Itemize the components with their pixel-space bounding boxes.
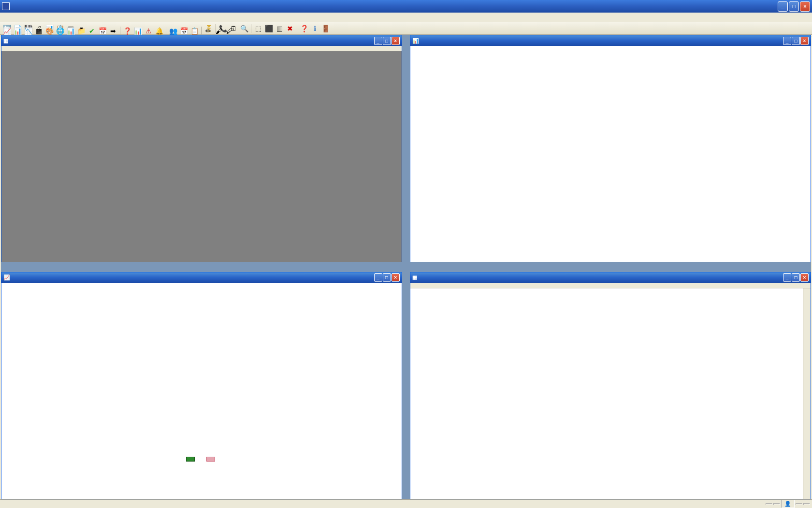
window-controls: _ □ × <box>778 1 810 12</box>
check-icon[interactable]: ✔ <box>87 26 97 36</box>
folder-icon[interactable]: 📁 <box>76 26 86 36</box>
close-button[interactable]: × <box>800 37 809 38</box>
mdi-workspace: ▦ _ □ × 📊 _ □ <box>1 35 811 37</box>
line-chart-icon[interactable]: 📉 <box>23 26 33 36</box>
histogram-window: 📊 _ □ × <box>410 35 811 37</box>
calendar-icon[interactable]: 📅 <box>98 26 107 36</box>
search-icon[interactable]: 🔍 <box>239 24 249 33</box>
list-icon[interactable]: 📋 <box>189 26 199 36</box>
minimize-button[interactable]: _ <box>783 37 791 38</box>
histogram-titlebar[interactable]: 📊 _ □ × <box>410 35 811 37</box>
pen-icon[interactable]: 🖊 <box>225 26 234 36</box>
warn-icon[interactable]: ⚠ <box>144 26 153 36</box>
help-icon[interactable]: ❓ <box>299 24 309 33</box>
stats-icon[interactable]: 📊 <box>133 26 143 36</box>
close-button[interactable]: × <box>392 37 400 38</box>
exit-icon[interactable]: 🚪 <box>320 24 330 33</box>
report-icon[interactable]: 📈 <box>2 26 12 36</box>
tile-h-icon[interactable]: ⬚ <box>253 24 263 33</box>
bell-icon[interactable]: 🔔 <box>154 26 164 36</box>
globe-icon[interactable]: 🌐 <box>55 26 65 36</box>
matrix-titlebar[interactable]: ▦ _ □ × <box>1 35 402 37</box>
info-icon[interactable]: ℹ <box>310 24 319 33</box>
matrix-icon[interactable]: ▦ <box>34 26 44 36</box>
minimize-button[interactable]: _ <box>374 37 382 38</box>
close-button[interactable]: × <box>800 1 810 12</box>
cascade-icon[interactable]: ▥ <box>275 24 284 33</box>
brush-icon[interactable]: 🖌 <box>214 26 224 36</box>
toolbar-row-1: 🔄 📄 💾 🖨 📊 📋 ▦ ▾ 🗄 📞 🗓 🔍 ⬚ ⬛ ▥ ✖ ❓ ℹ 🚪 <box>0 22 812 35</box>
palette-icon[interactable]: 🎨 <box>44 26 54 36</box>
chart2-icon[interactable]: 📊 <box>66 26 75 36</box>
minimize-button[interactable]: _ <box>778 1 788 12</box>
maximize-button[interactable]: □ <box>792 37 800 38</box>
bar-chart-icon[interactable]: 📊 <box>13 26 22 36</box>
matrix-window: ▦ _ □ × <box>1 35 402 37</box>
app-titlebar: _ □ × <box>0 0 812 13</box>
arrow-icon[interactable]: ➡ <box>108 26 118 36</box>
tile-v-icon[interactable]: ⬛ <box>264 24 274 33</box>
menubar <box>0 13 812 22</box>
edit-icon[interactable]: ✏ <box>203 26 213 36</box>
app-icon <box>2 2 10 10</box>
maximize-button[interactable]: □ <box>789 1 799 12</box>
cal2-icon[interactable]: 📅 <box>179 26 188 36</box>
close-all-icon[interactable]: ✖ <box>285 24 295 33</box>
query-icon[interactable]: ❓ <box>122 26 132 36</box>
maximize-button[interactable]: □ <box>383 37 391 38</box>
people-icon[interactable]: 👥 <box>168 26 178 36</box>
